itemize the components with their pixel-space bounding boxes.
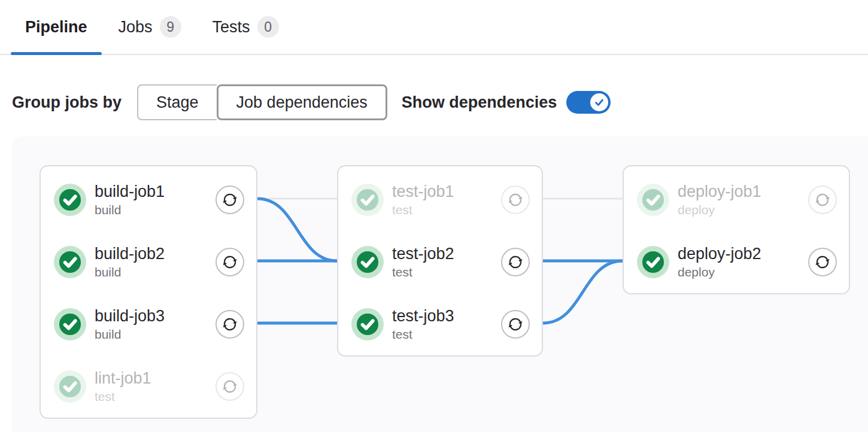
show-dependencies-label: Show dependencies [402,93,557,112]
job-texts: build-job2 build [95,244,165,280]
job-stage-label: deploy [678,264,761,280]
job-row: build-job2 build [41,231,256,293]
job-stage-label: build [95,264,165,280]
job-row: lint-job1 test [41,355,256,418]
job-stage-label: test [95,388,151,404]
tab-pipeline[interactable]: Pipeline [10,0,103,54]
tab-tests-label: Tests [213,18,250,36]
tab-jobs-label: Jobs [119,18,153,36]
job-group-card: test-job1 test test-job2 test [337,165,543,357]
group-by-segmented-control: Stage Job dependencies [137,84,387,120]
graph-controls: Group jobs by Stage Job dependencies Sho… [12,84,868,120]
job-stage-label: test [392,326,454,342]
job-texts: test-job2 test [392,244,454,280]
retry-button[interactable] [501,185,530,214]
job-row: test-job1 test [338,169,542,231]
job-stage-label: test [392,264,454,280]
status-success-icon [54,370,86,403]
group-jobs-by-label: Group jobs by [12,93,122,112]
job-name: test-job3 [392,306,454,326]
retry-icon [506,190,525,209]
retry-button[interactable] [501,310,530,339]
retry-icon [506,252,525,272]
status-success-icon [54,308,86,340]
job-stage-label: build [95,326,165,342]
job-name: lint-job1 [95,369,151,388]
status-success-icon [351,184,384,216]
group-by-job-dependencies-button[interactable]: Job dependencies [217,84,387,120]
retry-icon [220,377,239,396]
status-success-icon [637,184,669,216]
job-texts: build-job1 build [95,182,165,218]
retry-icon [813,190,832,209]
retry-icon [220,190,239,209]
job-stage-label: test [392,202,454,218]
job-group-card: deploy-job1 deploy deploy-job2 deploy [623,165,850,294]
job-row: deploy-job1 deploy [624,169,849,231]
job-texts: lint-job1 test [95,369,151,404]
retry-button[interactable] [501,248,530,276]
job-stage-label: deploy [678,202,761,218]
job-name: test-job1 [392,182,454,202]
job-name: test-job2 [392,244,454,264]
job-row: deploy-job2 deploy [624,231,849,293]
job-row: build-job1 build [41,169,256,231]
active-tab-indicator [11,52,102,55]
job-group-card: build-job1 build build-job2 build [40,165,257,419]
check-icon [593,96,605,108]
status-success-icon [54,184,86,216]
tab-tests[interactable]: Tests 0 [197,0,295,54]
status-success-icon [351,246,384,278]
job-texts: deploy-job1 deploy [678,182,761,218]
retry-button[interactable] [216,372,244,401]
tab-pipeline-label: Pipeline [25,18,87,36]
jobs-count-badge: 9 [160,16,181,38]
job-name: deploy-job2 [678,244,761,264]
job-name: build-job1 [95,182,165,202]
retry-button[interactable] [808,248,837,276]
job-name: build-job3 [95,306,165,326]
retry-button[interactable] [216,185,244,214]
job-name: deploy-job1 [678,182,761,202]
job-texts: deploy-job2 deploy [678,244,761,280]
retry-button[interactable] [808,185,837,214]
job-row: test-job3 test [338,293,542,355]
job-texts: build-job3 build [95,306,165,342]
tab-bar: Pipeline Jobs 9 Tests 0 [0,0,868,55]
job-stage-label: build [95,202,165,218]
status-success-icon [351,308,384,340]
toggle-knob [590,93,608,111]
job-texts: test-job1 test [392,182,454,218]
retry-button[interactable] [216,248,244,276]
job-row: test-job2 test [338,231,542,293]
status-success-icon [54,246,86,278]
retry-button[interactable] [216,310,244,339]
job-texts: test-job3 test [392,306,454,342]
tab-jobs[interactable]: Jobs 9 [103,0,197,54]
retry-icon [813,252,832,272]
group-by-stage-button[interactable]: Stage [137,84,217,120]
status-success-icon [637,246,669,278]
job-name: build-job2 [95,244,165,264]
retry-icon [220,252,239,272]
retry-icon [506,315,525,334]
tests-count-badge: 0 [257,16,279,38]
retry-icon [220,315,239,334]
job-row: build-job3 build [41,293,256,355]
show-dependencies-toggle[interactable] [566,91,611,114]
